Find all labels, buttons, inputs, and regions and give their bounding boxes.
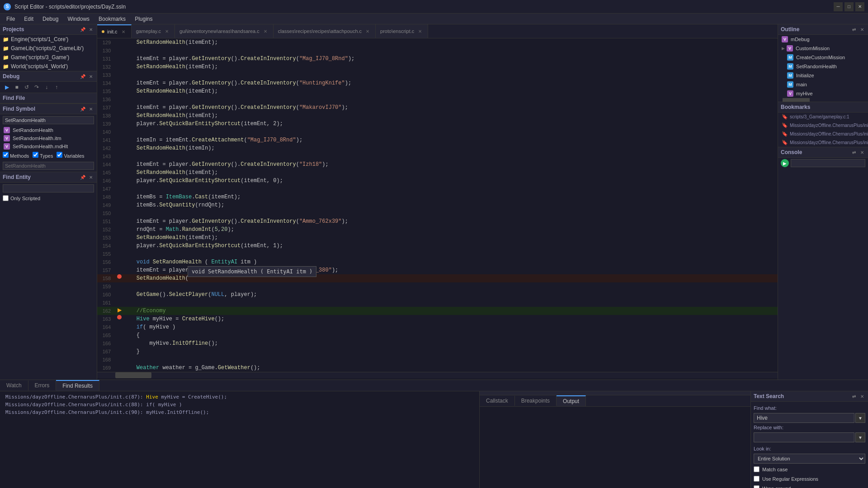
project-gamelib[interactable]: 📁 GameLib('scripts/2_GameLib') [0, 44, 97, 53]
outline-initialize[interactable]: M Initialize [778, 71, 868, 80]
debug-close-btn[interactable]: ✕ [88, 73, 94, 80]
tab-find-results[interactable]: Find Results [56, 380, 99, 391]
debug-step-out-btn[interactable]: ↑ [52, 83, 61, 91]
symbol-item-2[interactable]: V SetRandomHealth.rndHlt [0, 142, 97, 150]
tab-enscript-c-close[interactable]: ✕ [417, 28, 423, 34]
code-content-147 [123, 185, 778, 193]
checkbox-methods[interactable] [3, 152, 9, 158]
menu-edit[interactable]: Edit [19, 14, 38, 24]
tab-watch[interactable]: Watch [0, 380, 28, 390]
menu-plugins[interactable]: Plugins [130, 14, 157, 24]
text-search-close-btn[interactable]: ✕ [859, 393, 865, 399]
bookmark-3[interactable]: 🔖 Missions/dayzOffline.ChernarusPlus/ini… [778, 138, 868, 147]
menu-debug[interactable]: Debug [38, 14, 63, 24]
outline-setrandomhealth[interactable]: M SetRandomHealth [778, 62, 868, 71]
debug-restart-btn[interactable]: ↺ [23, 83, 31, 91]
checkbox-variables[interactable] [57, 152, 62, 158]
wrap-around-row: Wrap around [754, 484, 865, 488]
console-run-btn[interactable]: ▶ [781, 159, 789, 167]
debug-play-btn[interactable]: ▶ [3, 83, 11, 91]
outline-custommission[interactable]: ▶ V CustomMission [778, 44, 868, 53]
maximize-button[interactable]: □ [844, 2, 854, 11]
symbol-label-1: SetRandomHealth.itm [13, 136, 61, 141]
close-button[interactable]: ✕ [855, 2, 864, 11]
line-num-133: 133 [97, 71, 115, 79]
find-symbol-pin-btn[interactable]: 📌 [80, 106, 86, 112]
code-horizontal-scrollbar[interactable] [97, 372, 778, 378]
find-what-input[interactable] [754, 413, 854, 423]
outline-main[interactable]: M main [778, 80, 868, 89]
only-scripted-checkbox[interactable] [3, 195, 9, 201]
outline-mdebug[interactable]: V mDebug [778, 35, 868, 44]
bottom-content: Missions/dayzOffline.ChernarusPlus/init.… [0, 391, 868, 488]
match-case-checkbox[interactable] [754, 466, 760, 472]
symbol-item-1[interactable]: V SetRandomHealth.itm [0, 134, 97, 142]
find-result-2[interactable]: Missions/dayzOffline.ChernarusPlus/init.… [2, 408, 477, 416]
use-regex-label: Use Regular Expressions [762, 476, 818, 482]
console-close-btn[interactable]: ✕ [859, 149, 865, 155]
outline-close-btn[interactable]: ✕ [859, 26, 865, 33]
debug-step-into-btn[interactable]: ↓ [42, 83, 51, 91]
outline-createcustommission[interactable]: M CreateCustomMission [778, 53, 868, 62]
tab-errors[interactable]: Errors [28, 380, 57, 390]
outline-scrollbar-thumb[interactable] [783, 98, 810, 102]
console-expand-btn[interactable]: ⇄ [851, 149, 857, 155]
tab-attachpouch-c[interactable]: classes\recipes\recipes\attachpouch.c ✕ [274, 24, 376, 38]
breakpoint-163 [117, 315, 122, 319]
outline-scrollbar[interactable] [778, 98, 868, 102]
tab-output[interactable]: Output [557, 395, 586, 406]
find-symbol-secondary-input[interactable] [3, 162, 94, 170]
code-editor[interactable]: 129 SetRandomHealth(itemEnt); 130 131 it… [97, 38, 778, 380]
menu-bookmarks[interactable]: Bookmarks [94, 14, 130, 24]
code-scrollbar-thumb[interactable] [115, 372, 151, 378]
debug-step-over-btn[interactable]: ↷ [33, 83, 41, 91]
tab-init-c[interactable]: init.c ✕ [97, 24, 132, 38]
code-line-142: 142 SetRandomHealth(itemIn); [97, 144, 778, 152]
tab-enscript-c[interactable]: proto\enscript.c ✕ [376, 24, 428, 38]
find-what-dropdown[interactable]: ▼ [855, 413, 865, 423]
outline-expand-btn[interactable]: ⇄ [851, 26, 857, 33]
debug-stop-btn[interactable]: ■ [13, 83, 21, 91]
find-entity-pin-btn[interactable]: 📌 [80, 174, 86, 180]
project-engine[interactable]: 📁 Engine('scripts/1_Core') [0, 35, 97, 44]
find-entity-close-btn[interactable]: ✕ [88, 174, 94, 180]
checkbox-types[interactable] [33, 152, 38, 158]
tab-handsarea-c[interactable]: gui\inventorynew\areas\handsarea.c ✕ [175, 24, 274, 38]
debug-pin-btn[interactable]: 📌 [80, 73, 86, 80]
bookmark-2[interactable]: 🔖 Missions/dayzOffline.ChernarusPlus/ini… [778, 130, 868, 138]
bookmark-0[interactable]: 🔖 scripts/3_Game/gameplay.c:1 [778, 113, 868, 121]
tab-breakpoints[interactable]: Breakpoints [515, 396, 557, 406]
tab-gameplay-c[interactable]: gameplay.c ✕ [132, 24, 175, 38]
tab-handsarea-c-close[interactable]: ✕ [262, 28, 269, 34]
replace-with-input[interactable] [754, 432, 854, 442]
find-symbol-input[interactable] [3, 116, 94, 124]
tab-init-c-close[interactable]: ✕ [120, 28, 127, 35]
find-result-1[interactable]: Missions/dayzOffline.ChernarusPlus/init.… [2, 401, 477, 408]
find-symbol-close-btn[interactable]: ✕ [88, 106, 94, 112]
use-regex-checkbox[interactable] [754, 476, 760, 482]
minimize-button[interactable]: ─ [834, 2, 843, 11]
tab-gameplay-c-close[interactable]: ✕ [164, 28, 170, 34]
tab-attachpouch-c-close[interactable]: ✕ [364, 28, 371, 34]
outline-myhive[interactable]: V myHive [778, 89, 868, 98]
console-input[interactable] [791, 159, 865, 167]
menu-file[interactable]: File [2, 14, 19, 24]
find-symbol-title: Find Symbol [3, 106, 35, 112]
wrap-around-checkbox[interactable] [754, 485, 760, 488]
text-search-expand-btn[interactable]: ⇄ [851, 393, 857, 399]
project-game[interactable]: 📁 Game('scripts/3_Game') [0, 53, 97, 62]
symbol-item-0[interactable]: V SetRandomHealth [0, 126, 97, 134]
code-content-146: player.SetQuickBarEntityShortcut(itemEnt… [123, 177, 778, 185]
look-in-select[interactable]: Entire Solution Current File Current Pro… [754, 454, 865, 464]
window-controls[interactable]: ─ □ ✕ [834, 2, 864, 11]
projects-pin-btn[interactable]: 📌 [80, 26, 86, 33]
find-entity-input[interactable] [3, 184, 94, 192]
replace-with-dropdown[interactable]: ▼ [855, 432, 865, 442]
tab-callstack[interactable]: Callstack [480, 396, 515, 406]
project-world[interactable]: 📁 World('scripts/4_World') [0, 62, 97, 71]
bookmark-1[interactable]: 🔖 Missions/dayzOffline.ChernarusPlus/ini… [778, 121, 868, 130]
projects-close-btn[interactable]: ✕ [88, 26, 94, 33]
find-result-0[interactable]: Missions/dayzOffline.ChernarusPlus/init.… [2, 393, 477, 401]
menu-windows[interactable]: Windows [63, 14, 94, 24]
projects-header-icons: 📌 ✕ [80, 26, 94, 33]
